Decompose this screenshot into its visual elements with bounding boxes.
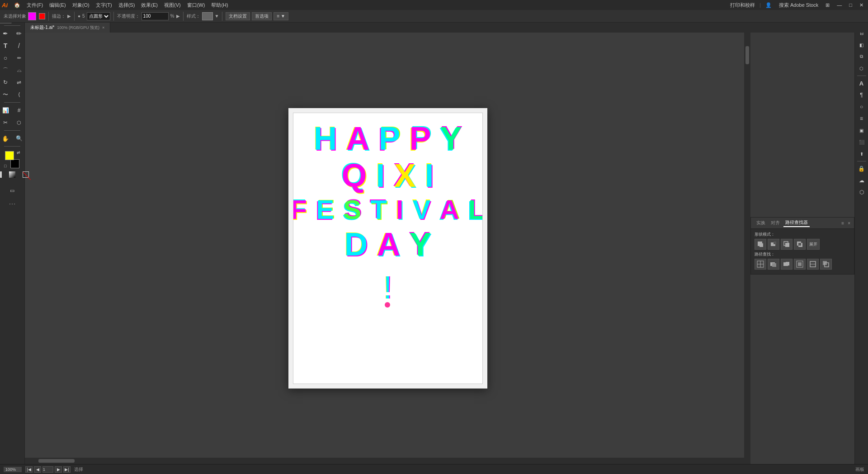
adobe-stock-search[interactable]: 搜索 Adobe Stock [776,1,821,9]
opacity-input[interactable] [142,12,169,20]
ellipse-tool-btn[interactable]: ○ [0,52,12,64]
stroke-color-swatch[interactable] [10,159,19,168]
minimize-btn[interactable]: — [834,1,844,9]
type-panel-btn[interactable]: A [856,78,867,89]
line-tool-btn[interactable]: / [13,40,25,52]
shaper-tool-btn[interactable]: ✏ [13,52,25,64]
pf-minus-back-btn[interactable] [820,259,832,270]
pf-trim-btn[interactable] [768,259,779,270]
menu-edit[interactable]: 编辑(E) [47,1,69,9]
style-swatch[interactable] [202,12,213,20]
zoom-input[interactable] [4,467,22,472]
close-btn[interactable]: ✕ [857,1,866,9]
print-check-btn[interactable]: 打印和校样 [727,1,758,9]
document-tab[interactable]: 未标题-1.ai* 100% (RGB/GPU 预览) × [25,23,110,33]
pf-menu-btn[interactable]: ≡ [841,221,844,226]
swap-colors-icon[interactable]: ⇌ [17,150,20,155]
menu-help[interactable]: 帮助(H) [208,1,231,9]
menu-object[interactable]: 对象(O) [70,1,92,9]
extra-options-btn[interactable]: ≡ ▼ [274,12,288,20]
pf-divide-btn[interactable] [755,259,766,270]
last-page-btn[interactable]: ▶| [63,466,71,473]
lock-btn[interactable]: 🔒 [856,163,867,174]
fill-mode-btn[interactable] [0,169,5,180]
width-tool-btn[interactable]: ⟨ [13,89,25,100]
pf-tab-align[interactable]: 对齐 [769,219,782,227]
page-num-input[interactable] [42,466,53,473]
preferences-btn[interactable]: 首选项 [252,12,272,20]
reset-colors-icon[interactable]: □ [4,164,6,168]
appearance-btn[interactable]: ◧ [856,39,867,50]
paragraph-btn[interactable]: ¶ [856,90,867,100]
circle-btn[interactable]: ○ [856,101,867,112]
paintbrush-tool-btn[interactable]: ⌒ [0,64,12,76]
align-btn[interactable]: ≡ [856,113,867,124]
prev-page-btn[interactable]: ◀ [34,466,41,473]
doc-settings-btn[interactable]: 文档设置 [226,12,250,20]
reflect-tool-btn[interactable]: ⇌ [13,76,25,88]
horizontal-scrollbar[interactable] [25,458,750,464]
next-page-btn[interactable]: ▶ [55,466,62,473]
column-graph-btn[interactable]: 📊 [0,104,12,116]
transform-tools: ↻ ⇌ [0,76,25,88]
image-trace-btn[interactable]: ⬛ [856,137,867,147]
menu-effect[interactable]: 效果(E) [138,1,160,9]
pencil-tool-btn[interactable]: ✏ [13,28,25,39]
type-tool-btn[interactable]: T [0,40,12,52]
shape-exclude-btn[interactable] [794,239,806,250]
vertical-scroll-thumb[interactable] [745,46,749,64]
tab-close-btn[interactable]: × [102,25,104,30]
pf-outline-btn[interactable] [807,259,819,270]
more-tools-btn[interactable]: … [6,196,19,208]
menu-text[interactable]: 文字(T) [93,1,115,9]
horizontal-scroll-thumb[interactable] [38,459,75,463]
pf-crop-btn[interactable] [794,259,806,270]
shape-unite-btn[interactable] [755,239,766,250]
menu-select[interactable]: 选择(S) [116,1,138,9]
scissors-btn[interactable]: ✂ [0,117,12,128]
blob-brush-tool-btn[interactable]: ⌓ [13,64,25,76]
document-inner[interactable]: H A P P Y Q I X I F E S [293,113,483,384]
shape-minus-btn[interactable] [768,239,779,250]
transform-panel-btn[interactable]: ▣ [856,125,867,136]
stroke-shape-select[interactable]: 点圆形 [87,12,110,20]
layers-btn[interactable]: ⧉ [856,51,867,62]
stroke-swatch[interactable] [39,13,45,19]
pen-tool-btn[interactable]: ✒ [0,28,12,39]
fill-color-swatch-main[interactable] [5,151,14,160]
pf-tab-transform[interactable]: 实换 [755,219,767,227]
shape-modes-label: 形状模式： [755,232,850,237]
mesh-tool-btn[interactable]: # [13,104,25,116]
line2-row: Q I X I [341,159,434,192]
menu-window[interactable]: 窗口(W) [184,1,208,9]
cloud-btn[interactable]: ☁ [856,175,867,186]
pf-tab-pathfinder[interactable]: 路径查找器 [783,219,810,227]
tool-sep2 [4,102,20,103]
eraser-btn[interactable]: ⬡ [13,117,25,128]
maximize-btn[interactable]: □ [846,1,855,9]
shape-expand-btn[interactable]: 展开 [807,239,820,250]
rotate-tool-btn[interactable]: ↻ [0,76,12,88]
zoom-tool-btn[interactable]: 🔍 [13,133,25,144]
export-btn[interactable]: ⬆ [856,148,867,159]
canvas-area[interactable]: H A P P Y Q I X I F E S [25,33,750,464]
shape-intersect-btn[interactable] [781,239,793,250]
warp-tool-btn[interactable]: 〜 [0,89,12,100]
arrange-icon[interactable]: ⊞ [823,1,832,9]
menu-file[interactable]: 文件(F) [24,1,46,9]
first-page-btn[interactable]: |◀ [25,466,33,473]
links-btn[interactable]: ⬡ [856,63,867,74]
nav-prev-btn[interactable]: |◀ ◀ ▶ ▶| [25,466,71,473]
pf-collapse-btn[interactable]: × [848,221,850,226]
menu-home-icon[interactable]: 🏠 [11,1,23,9]
fill-color-swatch[interactable] [28,12,36,20]
hex-btn[interactable]: ⬡ [856,187,867,198]
screen-mode-btn[interactable]: ▭ [6,185,19,196]
hand-tool-btn[interactable]: ✋ [0,133,12,144]
gradient-mode-btn[interactable] [6,169,19,180]
vertical-scrollbar[interactable] [744,33,750,464]
no-fill-btn[interactable] [19,169,32,180]
pf-merge-btn[interactable] [781,259,793,270]
menu-view[interactable]: 视图(V) [161,1,184,9]
stroke-num: 5 [82,14,85,19]
